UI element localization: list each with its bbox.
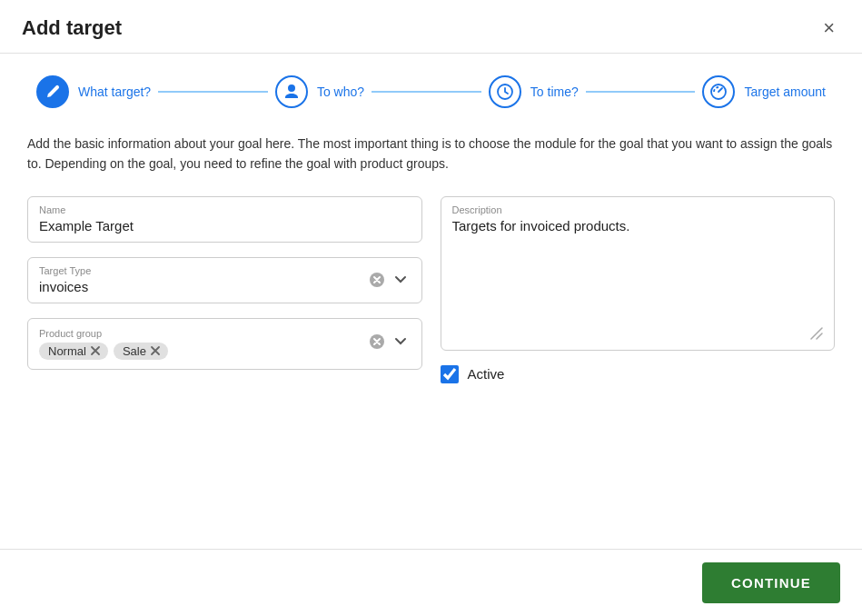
continue-button[interactable]: CONTINUE bbox=[702, 562, 840, 603]
tag-sale-remove-icon bbox=[150, 345, 161, 356]
description-field-group: Description bbox=[441, 196, 836, 351]
description-label: Description bbox=[452, 204, 824, 215]
product-group-clear-icon bbox=[369, 333, 385, 350]
step-to-who[interactable]: To who? bbox=[275, 75, 364, 108]
product-group-clear-button[interactable] bbox=[367, 332, 387, 352]
tag-normal-label: Normal bbox=[48, 344, 86, 358]
step-circle-what-target bbox=[36, 75, 69, 108]
stepper: What target? To who? bbox=[27, 75, 835, 108]
pencil-icon bbox=[44, 83, 62, 101]
target-type-chevron-button[interactable] bbox=[391, 270, 411, 290]
resize-icon bbox=[810, 327, 823, 340]
tag-normal: Normal bbox=[39, 343, 108, 360]
target-type-label: Target Type bbox=[39, 265, 367, 276]
form-layout: Name Target Type invoices bbox=[27, 196, 835, 383]
connector-2 bbox=[372, 91, 481, 93]
step-label-to-time: To time? bbox=[530, 84, 579, 99]
target-type-inner: Target Type invoices bbox=[39, 265, 367, 295]
tag-normal-remove[interactable] bbox=[90, 345, 101, 356]
description-text: Add the basic information about your goa… bbox=[27, 134, 835, 174]
connector-3 bbox=[586, 91, 696, 93]
active-checkbox[interactable] bbox=[441, 365, 459, 383]
chevron-down-icon bbox=[392, 272, 409, 288]
step-label-to-who: To who? bbox=[317, 84, 364, 99]
description-input[interactable] bbox=[452, 218, 824, 327]
chart-icon bbox=[709, 83, 728, 101]
close-button[interactable]: × bbox=[817, 16, 840, 40]
clock-icon bbox=[496, 83, 514, 101]
step-to-time[interactable]: To time? bbox=[489, 75, 579, 108]
product-group-tags: Normal Sale bbox=[39, 343, 367, 360]
name-field-group: Name bbox=[27, 196, 422, 243]
product-group-chevron-icon bbox=[392, 333, 409, 350]
step-circle-to-who bbox=[275, 75, 308, 108]
name-input[interactable] bbox=[39, 218, 411, 233]
step-label-target-amount: Target amount bbox=[744, 84, 826, 99]
modal-body: What target? To who? bbox=[0, 54, 862, 549]
form-left: Name Target Type invoices bbox=[27, 196, 422, 383]
target-type-clear-button[interactable] bbox=[367, 270, 387, 290]
target-type-actions bbox=[367, 270, 411, 290]
tag-sale-remove[interactable] bbox=[150, 345, 161, 356]
resize-handle-icon bbox=[810, 327, 823, 343]
active-checkbox-row: Active bbox=[441, 365, 836, 383]
person-icon bbox=[282, 83, 301, 101]
connector-1 bbox=[158, 91, 268, 93]
step-target-amount[interactable]: Target amount bbox=[702, 75, 826, 108]
product-group-chevron-button[interactable] bbox=[391, 332, 411, 352]
target-type-field: Target Type invoices bbox=[27, 257, 422, 303]
modal-footer: CONTINUE bbox=[0, 549, 862, 616]
modal-header: Add target × bbox=[0, 0, 862, 54]
clear-circle-icon bbox=[369, 272, 385, 288]
form-right: Description Active bbox=[441, 196, 836, 383]
add-target-modal: Add target × What target? bbox=[0, 0, 862, 616]
modal-title: Add target bbox=[22, 16, 122, 40]
active-label[interactable]: Active bbox=[468, 366, 505, 382]
tag-sale: Sale bbox=[114, 343, 168, 360]
step-circle-target-amount bbox=[702, 75, 735, 108]
tag-normal-remove-icon bbox=[90, 345, 101, 356]
step-label-what-target: What target? bbox=[78, 84, 151, 99]
step-circle-to-time bbox=[489, 75, 521, 108]
step-what-target[interactable]: What target? bbox=[36, 75, 151, 108]
tag-sale-label: Sale bbox=[123, 344, 146, 358]
product-group-label: Product group bbox=[39, 328, 367, 339]
product-group-inner: Product group Normal bbox=[39, 328, 367, 360]
product-group-field: Product group Normal bbox=[27, 318, 422, 370]
target-type-value: invoices bbox=[39, 279, 88, 294]
name-label: Name bbox=[39, 204, 411, 215]
product-group-actions bbox=[367, 332, 411, 352]
